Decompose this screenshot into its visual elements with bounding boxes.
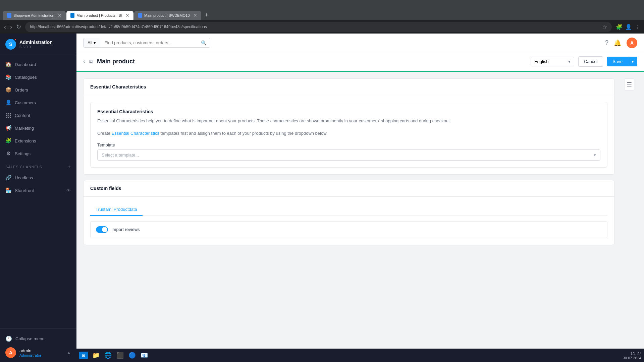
sidebar-label-dashboard: Dashboard — [15, 62, 36, 67]
essential-characteristics-link[interactable]: Essential Characteristics — [112, 131, 159, 136]
notification-dot — [14, 38, 17, 41]
app-logo: S — [5, 39, 16, 50]
search-filter-dropdown[interactable]: All ▾ — [84, 38, 100, 47]
essential-characteristics-desc2: Create Essential Characteristics templat… — [97, 130, 600, 137]
template-dropdown[interactable]: Select a template... ▾ — [97, 149, 600, 161]
import-reviews-row: Import reviews — [90, 221, 607, 238]
tab-close-1[interactable]: ✕ — [58, 13, 62, 18]
extensions-icon[interactable]: 🧩 — [616, 24, 623, 30]
address-bar[interactable]: http://localhost:666/admin#/sw/product/d… — [25, 22, 612, 32]
tab-close-2[interactable]: ✕ — [125, 13, 129, 18]
import-reviews-toggle[interactable] — [96, 226, 108, 233]
profile-icon[interactable]: 👤 — [625, 24, 632, 30]
collapse-menu-button[interactable]: 🕐 Collapse menu — [5, 333, 71, 345]
collapse-menu-label: Collapse menu — [15, 336, 45, 341]
new-tab-button[interactable]: + — [202, 10, 211, 20]
tab-favicon-1 — [7, 13, 11, 18]
sidebar-label-catalogues: Catalogues — [15, 75, 37, 80]
user-avatar: A — [5, 347, 16, 358]
taskbar-terminal-icon[interactable]: ⬛ — [115, 350, 125, 361]
browser-actions: 🧩 👤 ⋮ — [616, 24, 640, 30]
duplicate-button[interactable]: ⧉ — [89, 59, 93, 65]
right-panel: ☰ — [621, 78, 637, 342]
template-label: Template — [97, 142, 600, 147]
sidebar-label-extensions: Extensions — [15, 138, 36, 143]
sidebar-item-headless[interactable]: 🔗 Headless — [0, 171, 76, 184]
forward-button[interactable]: › — [10, 23, 12, 31]
browser-chrome: Shopware Administration ✕ Main product |… — [0, 0, 644, 20]
sales-channels-label: Sales Channels — [5, 165, 42, 169]
reload-button[interactable]: ↻ — [16, 23, 21, 31]
search-icon: 🔍 — [201, 40, 210, 46]
taskbar-app1-icon[interactable]: 📧 — [139, 350, 150, 361]
tab-label-2: Main product | Products | Shop — [76, 13, 122, 17]
tab-close-3[interactable]: ✕ — [193, 13, 197, 18]
menu-icon[interactable]: ⋮ — [635, 24, 640, 30]
essential-characteristics-header: Essential Characteristics — [84, 79, 614, 95]
taskbar-vscode-icon[interactable]: 🔵 — [127, 350, 138, 361]
topbar-user-avatar[interactable]: A — [627, 38, 637, 48]
main-panel: Essential Characteristics Essential Char… — [83, 78, 614, 342]
notifications-icon[interactable]: 🔔 — [614, 39, 621, 47]
date-display: 30.07.2024 — [623, 356, 641, 360]
custom-fields-section: Custom fields Trustami Productdata — [83, 180, 614, 245]
language-selector[interactable]: English ▾ — [531, 57, 574, 66]
essential-characteristics-card: Essential Characteristics Essential Char… — [90, 102, 607, 168]
custom-fields-title: Custom fields — [90, 186, 121, 191]
sidebar-item-dashboard[interactable]: 🏠 Dashboard — [0, 58, 76, 71]
sidebar-item-marketing[interactable]: 📢 Marketing — [0, 122, 76, 134]
dashboard-icon: 🏠 — [5, 61, 11, 67]
settings-icon: ⚙ — [5, 150, 11, 157]
cancel-button[interactable]: Cancel — [578, 56, 603, 67]
panel-list-icon[interactable]: ☰ — [624, 78, 634, 90]
sidebar-item-storefront[interactable]: 🏪 Storefront 👁 — [0, 184, 76, 197]
sidebar-item-catalogues[interactable]: 📚 Catalogues — [0, 71, 76, 83]
save-button[interactable]: Save — [607, 57, 628, 66]
headless-icon: 🔗 — [5, 175, 11, 181]
template-placeholder: Select a template... — [102, 153, 139, 158]
brand-name: Administration — [19, 40, 53, 45]
browser-tab-2[interactable]: Main product | Products | Shop ✕ — [66, 11, 133, 20]
sidebar-nav: 🏠 Dashboard 📚 Catalogues 📦 Orders 👤 Cust… — [0, 55, 76, 328]
help-icon[interactable]: ? — [605, 39, 608, 46]
start-button[interactable]: ⊞ — [79, 352, 88, 359]
desc2-suffix: templates first and assign them to each … — [159, 131, 328, 136]
save-button-group: Save ▾ — [607, 57, 637, 66]
tab-trustami[interactable]: Trustami Productdata — [90, 203, 143, 216]
sidebar-header: S Administration 6.5.0.0 — [0, 34, 76, 55]
back-button[interactable]: ‹ — [4, 23, 6, 31]
taskbar-browser-icon[interactable]: 🌐 — [103, 350, 113, 361]
save-dropdown-button[interactable]: ▾ — [628, 57, 637, 66]
tab-label-3: Main product | SWDEMO10001 — [144, 13, 190, 17]
sidebar-item-content[interactable]: 🖼 Content — [0, 109, 76, 122]
sidebar-label-headless: Headless — [15, 175, 33, 180]
search-filter-widget: All ▾ 🔍 — [83, 38, 210, 48]
search-input[interactable] — [100, 38, 201, 47]
sidebar-item-orders[interactable]: 📦 Orders — [0, 83, 76, 96]
sidebar-item-customers[interactable]: 👤 Customers — [0, 96, 76, 109]
user-chevron-icon[interactable]: ▲ — [66, 350, 71, 355]
clock-icon: 🕐 — [5, 336, 12, 342]
taskbar-files-icon[interactable]: 📁 — [91, 350, 101, 361]
topbar-icons: ? 🔔 A — [605, 38, 637, 48]
essential-characteristics-title: Essential Characteristics — [90, 84, 146, 89]
sidebar: S Administration 6.5.0.0 🏠 Dashboard 📚 C… — [0, 34, 76, 362]
browser-tabs: Shopware Administration ✕ Main product |… — [3, 0, 211, 20]
sidebar-item-settings[interactable]: ⚙ Settings — [0, 147, 76, 160]
essential-characteristics-card-body: Essential Characteristics Essential Char… — [91, 102, 607, 167]
sidebar-item-extensions[interactable]: 🧩 Extensions — [0, 134, 76, 147]
storefront-icon: 🏪 — [5, 187, 11, 193]
custom-fields-header: Custom fields — [84, 180, 614, 197]
add-sales-channel-icon[interactable]: + — [68, 164, 71, 170]
language-value: English — [534, 59, 549, 64]
essential-characteristics-card-title: Essential Characteristics — [97, 109, 600, 114]
browser-tab-1[interactable]: Shopware Administration ✕ — [3, 11, 66, 20]
sidebar-label-customers: Customers — [15, 100, 36, 105]
browser-tab-3[interactable]: Main product | SWDEMO10001 ✕ — [134, 11, 201, 20]
storefront-visibility-icon[interactable]: 👁 — [66, 188, 71, 193]
catalogues-icon: 📚 — [5, 74, 11, 80]
import-reviews-label: Import reviews — [111, 227, 140, 232]
url-text: http://localhost:666/admin#/sw/product/d… — [30, 24, 600, 29]
back-navigation-button[interactable]: ‹ — [83, 58, 85, 65]
sidebar-footer: 🕐 Collapse menu A admin Administrator ▲ — [0, 328, 76, 362]
